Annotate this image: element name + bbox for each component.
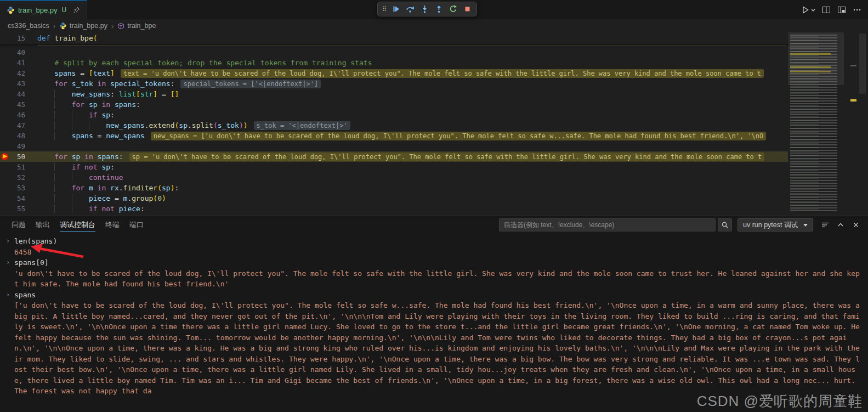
- code-content[interactable]: spans = new_spansnew_spans = ['u don\'t …: [37, 131, 788, 141]
- gutter-glyph-margin[interactable]: [0, 99, 11, 110]
- code-content[interactable]: new_spans.extend(sp.split(s_tok))s_tok =…: [37, 120, 788, 131]
- panel-tab-problems[interactable]: 问题: [7, 216, 31, 234]
- stop-button[interactable]: [461, 3, 474, 15]
- code-content[interactable]: if not piece:: [37, 204, 788, 214]
- panel-tab-terminal[interactable]: 终端: [100, 216, 124, 234]
- pin-icon[interactable]: [73, 7, 80, 14]
- overview-ruler[interactable]: [844, 32, 868, 216]
- code-content[interactable]: def train_bpe(: [37, 32, 788, 44]
- console-output-line: 'u don\'t have to be scared of the loud …: [14, 268, 863, 290]
- panel-tab-output[interactable]: 输出: [31, 216, 55, 234]
- maximize-panel-icon[interactable]: [834, 218, 847, 232]
- code-line: 54 piece = m.group(0): [0, 193, 788, 204]
- sticky-scroll[interactable]: 15def train_bpe(: [0, 32, 788, 44]
- code-line: 42 spans = [text]text = 'u don\'t have t…: [0, 68, 788, 78]
- run-python-file-button[interactable]: [801, 5, 815, 14]
- debug-inline-value: new_spans = ['u don\'t have to be scared…: [151, 132, 767, 140]
- code-content[interactable]: for sp in spans:sp = 'u don\'t have to b…: [37, 151, 788, 162]
- panel-tab-debug-console[interactable]: 调试控制台: [55, 216, 100, 234]
- editor-actions: [801, 0, 868, 19]
- gutter-glyph-margin[interactable]: [0, 89, 11, 99]
- console-output-line: 6458: [14, 247, 863, 258]
- gutter-glyph-margin[interactable]: [0, 78, 11, 89]
- debug-console[interactable]: ›len(spans)6458›spans[0]'u don\'t have t…: [0, 234, 868, 412]
- continue-button[interactable]: [389, 3, 402, 15]
- code-content[interactable]: spans = [text]text = 'u don\'t have to b…: [37, 68, 788, 78]
- debug-toolbar: ⠿: [377, 2, 477, 16]
- gutter-glyph-margin[interactable]: [0, 110, 11, 120]
- chevron-down-icon: [803, 224, 808, 227]
- breadcrumb-item[interactable]: cs336_basics: [8, 22, 49, 30]
- gutter-glyph-margin[interactable]: [0, 131, 11, 141]
- minimap[interactable]: [788, 32, 844, 216]
- code-content[interactable]: piece = m.group(0): [37, 193, 788, 204]
- line-number: 52: [11, 172, 25, 183]
- python-file-icon: [7, 6, 15, 14]
- debug-inline-value: special_tokens = ['<|endoftext|>']: [180, 80, 321, 88]
- line-number: 50: [11, 151, 25, 162]
- code-content[interactable]: # split by each special token; drop the …: [37, 58, 788, 68]
- code-line: 45 for sp in spans:: [0, 99, 788, 110]
- gutter-glyph-margin[interactable]: [0, 120, 11, 131]
- line-number: 51: [11, 162, 25, 172]
- close-panel-icon[interactable]: [849, 218, 863, 232]
- code-line: 48 spans = new_spansnew_spans = ['u don\…: [0, 131, 788, 141]
- gutter-glyph-margin[interactable]: [0, 141, 11, 151]
- step-out-button[interactable]: [432, 3, 445, 15]
- minimap-slider[interactable]: [788, 32, 844, 85]
- gutter-glyph-margin[interactable]: [0, 204, 11, 214]
- vscode-window: train_bpe.py U ⠿ cs336_basi: [0, 0, 868, 412]
- tab-train-bpe[interactable]: train_bpe.py U: [0, 0, 87, 19]
- gutter-glyph-margin[interactable]: [0, 193, 11, 204]
- step-into-button[interactable]: [418, 3, 431, 15]
- gutter-glyph-margin[interactable]: [0, 32, 11, 44]
- gutter-glyph-margin[interactable]: [0, 68, 11, 78]
- code-content[interactable]: if not sp:: [37, 162, 788, 172]
- line-number: 48: [11, 131, 25, 141]
- gutter-glyph-margin[interactable]: [0, 58, 11, 68]
- code-content[interactable]: new_spans: list[str] = []: [37, 89, 788, 99]
- breadcrumb-separator: ›: [53, 22, 55, 30]
- search-icon[interactable]: [718, 218, 732, 232]
- code-line: 47 new_spans.extend(sp.split(s_tok))s_to…: [0, 120, 788, 131]
- line-number: 42: [11, 68, 25, 78]
- gutter-glyph-margin[interactable]: [0, 183, 11, 193]
- code-content[interactable]: if sp:: [37, 110, 788, 120]
- scrollbar-slider[interactable]: [859, 33, 866, 94]
- split-editor-button[interactable]: [822, 5, 831, 14]
- code-content[interactable]: for sp in spans:: [37, 99, 788, 110]
- panel-tab-ports[interactable]: 端口: [124, 216, 149, 234]
- line-number: 46: [11, 110, 25, 120]
- code-content[interactable]: for m in rx.finditer(sp):: [37, 183, 788, 193]
- code-content[interactable]: for s_tok in special_tokens:special_toke…: [37, 78, 788, 89]
- console-filter-input[interactable]: [499, 218, 716, 232]
- gutter-glyph-margin[interactable]: [0, 151, 11, 162]
- code-line: 41 # split by each special token; drop t…: [0, 58, 788, 68]
- code-editor[interactable]: 15def train_bpe( 4041 # split by each sp…: [0, 32, 868, 216]
- line-number: 55: [11, 204, 25, 214]
- code-line: 15def train_bpe(: [0, 32, 788, 44]
- panel-menu-icon[interactable]: [819, 218, 832, 232]
- gutter-glyph-margin[interactable]: [0, 47, 11, 58]
- breadcrumb-item[interactable]: train_bpe.py: [70, 22, 107, 30]
- code-content[interactable]: [37, 47, 788, 58]
- panel-actions: [819, 218, 863, 232]
- console-input-chevron-icon: ›: [6, 290, 10, 301]
- debug-config-select[interactable]: uv run pytest 调试: [737, 218, 813, 232]
- gutter-glyph-margin[interactable]: [0, 172, 11, 183]
- toolbar-drag-handle[interactable]: ⠿: [381, 5, 388, 13]
- current-execution-line: 50 for sp in spans:sp = 'u don\'t have t…: [0, 151, 788, 162]
- code-line: 53 for m in rx.finditer(sp):: [0, 183, 788, 193]
- code-content[interactable]: continue: [37, 172, 788, 183]
- step-over-button[interactable]: [404, 3, 417, 15]
- code-content[interactable]: [37, 141, 788, 151]
- more-actions-button[interactable]: [853, 5, 861, 14]
- restart-button[interactable]: [446, 3, 459, 15]
- line-number: 40: [11, 47, 25, 58]
- console-input-chevron-icon: ›: [6, 236, 10, 247]
- console-output-line: ['u don\'t have to be scared of the loud…: [14, 300, 863, 397]
- console-input-line: ›len(spans): [14, 236, 863, 247]
- gutter-glyph-margin[interactable]: [0, 162, 11, 172]
- customize-layout-button[interactable]: [837, 5, 846, 14]
- breadcrumb-item[interactable]: train_bpe: [127, 22, 156, 30]
